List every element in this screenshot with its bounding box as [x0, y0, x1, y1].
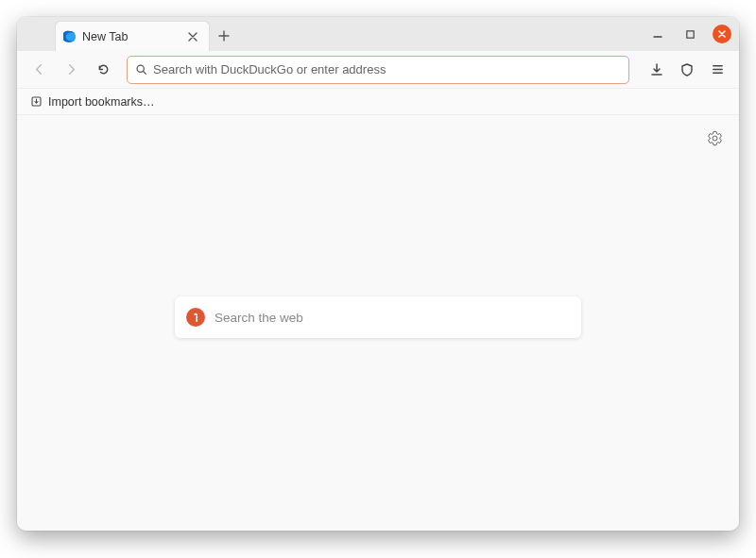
url-bar[interactable]: [127, 56, 629, 84]
newtab-content: [17, 115, 739, 531]
svg-point-4: [190, 312, 202, 324]
bookmarks-toolbar: Import bookmarks…: [17, 89, 739, 115]
import-bookmarks-label: Import bookmarks…: [48, 95, 155, 109]
url-bar-container: [127, 56, 629, 84]
duckduckgo-icon: [186, 308, 205, 327]
back-button[interactable]: [25, 56, 53, 84]
downloads-button[interactable]: [643, 56, 671, 84]
import-icon: [30, 95, 43, 108]
toolbar-right: [643, 56, 731, 84]
newtab-settings-button[interactable]: [703, 127, 726, 149]
tab-strip: New Tab: [17, 17, 739, 51]
svg-point-5: [196, 315, 197, 316]
reload-button[interactable]: [89, 56, 117, 84]
url-input[interactable]: [153, 62, 621, 76]
new-tab-button[interactable]: [215, 27, 232, 44]
newtab-search-box[interactable]: [175, 296, 581, 338]
navigation-toolbar: [17, 51, 739, 89]
tab-new-tab[interactable]: New Tab: [55, 21, 210, 51]
firefox-newtab-icon: [63, 30, 77, 43]
shield-icon[interactable]: [673, 56, 701, 84]
window-minimize-button[interactable]: [648, 25, 667, 43]
window-controls: [648, 17, 731, 51]
import-bookmarks-button[interactable]: Import bookmarks…: [26, 93, 159, 111]
tab-close-button[interactable]: [184, 28, 201, 45]
app-menu-button[interactable]: [703, 56, 731, 84]
newtab-search-input[interactable]: [215, 311, 570, 325]
tab-title: New Tab: [82, 30, 179, 43]
search-icon: [135, 63, 147, 76]
forward-button[interactable]: [57, 56, 85, 84]
browser-window: New Tab: [17, 17, 739, 531]
svg-rect-1: [686, 30, 693, 37]
window-maximize-button[interactable]: [680, 25, 699, 43]
window-close-button[interactable]: [713, 25, 731, 43]
